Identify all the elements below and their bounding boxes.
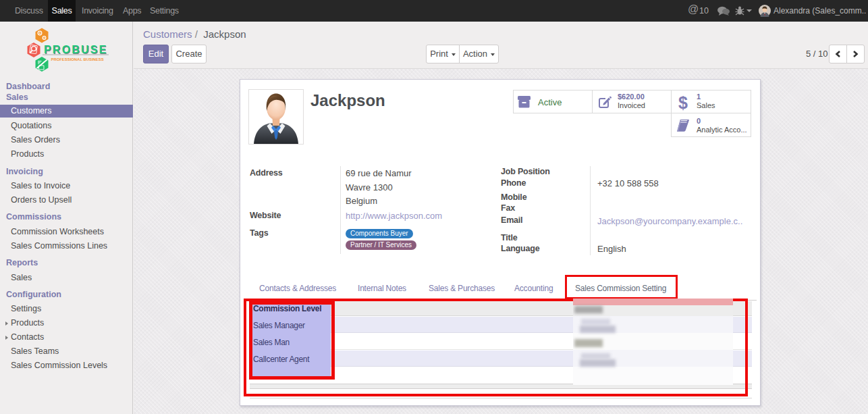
- svg-text:PROBUSE: PROBUSE: [44, 44, 108, 55]
- svg-text:PROFESSIONAL BUSINESS: PROFESSIONAL BUSINESS: [51, 57, 104, 61]
